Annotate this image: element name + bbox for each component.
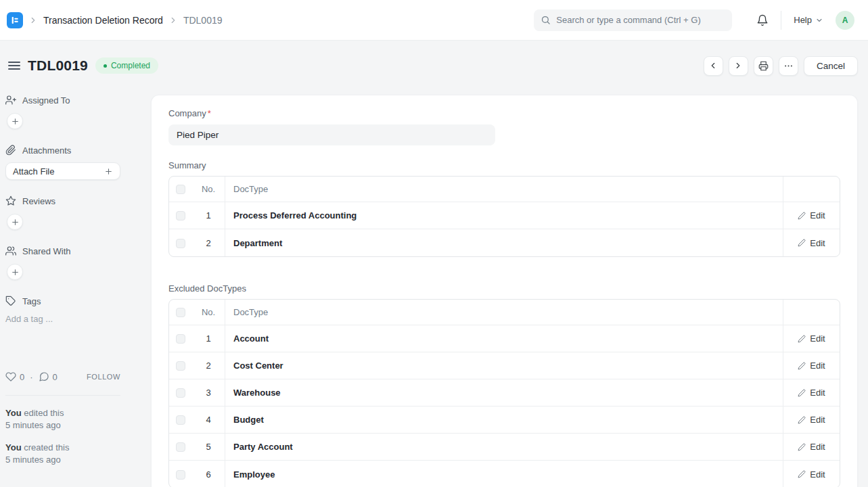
navbar-divider	[781, 11, 781, 30]
table-row[interactable]: 2 Department Edit	[169, 229, 840, 256]
attach-file-button[interactable]: Attach File	[5, 162, 120, 180]
activity-actor: You	[5, 408, 22, 418]
app-logo[interactable]	[7, 12, 23, 28]
edit-row-button[interactable]: Edit	[794, 358, 829, 373]
search-input[interactable]	[556, 15, 725, 25]
pencil-icon	[798, 416, 806, 424]
page-actions: Cancel	[704, 56, 858, 76]
users-icon	[5, 246, 16, 256]
edit-row-button[interactable]: Edit	[794, 412, 829, 427]
table-row[interactable]: 2 Cost Center Edit	[169, 352, 840, 379]
notifications-button[interactable]	[756, 14, 769, 26]
add-tag-input[interactable]: Add a tag ...	[5, 314, 122, 324]
hamburger-icon	[8, 61, 20, 70]
no-column-header: No.	[192, 300, 225, 325]
summary-table: No. DocType 1 Process Deferred Accountin…	[168, 176, 840, 257]
global-search[interactable]	[534, 9, 732, 31]
edit-label: Edit	[810, 361, 825, 371]
menu-button[interactable]	[779, 56, 798, 76]
status-dot-icon	[104, 64, 107, 68]
row-checkbox[interactable]	[176, 470, 185, 480]
chevron-right-icon	[168, 16, 178, 25]
activity-entry: You created this 5 minutes ago	[5, 442, 122, 466]
doctype-cell[interactable]: Budget	[225, 407, 783, 434]
pencil-icon	[798, 389, 806, 397]
row-checkbox[interactable]	[176, 334, 185, 344]
row-index: 3	[192, 379, 225, 407]
doctype-cell[interactable]: Process Deferred Accounting	[225, 202, 783, 229]
row-checkbox[interactable]	[176, 361, 185, 371]
row-checkbox[interactable]	[176, 415, 185, 425]
edit-label: Edit	[810, 210, 825, 221]
select-all-checkbox[interactable]	[176, 185, 185, 194]
add-assignment-button[interactable]	[7, 113, 23, 129]
tag-icon	[5, 296, 16, 306]
company-field[interactable]: Pied Piper	[168, 124, 495, 145]
next-document-button[interactable]	[729, 56, 748, 76]
help-menu[interactable]: Help	[794, 15, 823, 25]
row-index: 1	[192, 202, 225, 229]
comments-count[interactable]: 0	[53, 372, 58, 382]
assigned-to-section: Assigned To	[5, 95, 122, 106]
form-body: Company* Pied Piper Summary No. DocType …	[151, 95, 858, 487]
edit-label: Edit	[810, 238, 825, 248]
sidebar-toggle-button[interactable]	[7, 58, 22, 73]
table-row[interactable]: 3 Warehouse Edit	[169, 379, 840, 407]
heart-icon[interactable]	[5, 371, 16, 382]
breadcrumb-docname[interactable]: TDL0019	[183, 15, 223, 26]
table-row[interactable]: 1 Process Deferred Accounting Edit	[169, 202, 840, 229]
edit-row-button[interactable]: Edit	[794, 439, 829, 455]
doctype-cell[interactable]: Department	[225, 229, 783, 256]
table-row[interactable]: 1 Account Edit	[169, 325, 840, 352]
attachments-label: Attachments	[22, 145, 71, 156]
navbar-right: Help A	[756, 11, 854, 30]
doctype-cell[interactable]: Employee	[225, 461, 783, 487]
doctype-cell[interactable]: Account	[225, 325, 783, 352]
row-checkbox[interactable]	[176, 388, 185, 398]
attach-file-label: Attach File	[13, 166, 54, 177]
excluded-doctypes-table: No. DocType 1 Account Edit 2 Cost Center…	[168, 299, 840, 487]
assigned-to-label: Assigned To	[22, 95, 70, 106]
follow-button[interactable]: FOLLOW	[87, 373, 120, 381]
previous-document-button[interactable]	[704, 56, 723, 76]
share-button[interactable]	[7, 264, 23, 280]
row-index: 1	[192, 325, 225, 352]
row-index: 2	[192, 229, 225, 256]
edit-row-button[interactable]: Edit	[794, 331, 829, 346]
row-checkbox[interactable]	[176, 442, 185, 452]
edit-row-button[interactable]: Edit	[794, 235, 829, 251]
likes-count[interactable]: 0	[20, 372, 24, 382]
summary-section-label: Summary	[168, 160, 840, 170]
row-checkbox[interactable]	[176, 239, 185, 248]
chevron-down-icon	[815, 16, 823, 24]
shared-with-section: Shared With	[5, 246, 122, 256]
table-row[interactable]: 6 Employee Edit	[169, 461, 840, 487]
edit-row-button[interactable]: Edit	[794, 467, 829, 482]
edit-label: Edit	[810, 333, 825, 344]
user-avatar[interactable]: A	[836, 11, 854, 30]
table-row[interactable]: 4 Budget Edit	[169, 407, 840, 434]
doctype-cell[interactable]: Party Account	[225, 434, 783, 461]
page-header: TDL0019 Completed Cancel	[0, 41, 868, 91]
plus-icon	[11, 218, 20, 227]
ellipsis-icon	[783, 61, 794, 71]
pencil-icon	[798, 470, 806, 478]
reviews-label: Reviews	[22, 196, 55, 206]
comment-icon[interactable]	[39, 371, 49, 382]
search-icon	[541, 15, 551, 25]
doctype-cell[interactable]: Cost Center	[225, 352, 783, 379]
print-button[interactable]	[754, 56, 773, 76]
row-checkbox[interactable]	[176, 211, 185, 221]
excluded-section-label: Excluded DocTypes	[168, 283, 840, 294]
doctype-cell[interactable]: Warehouse	[225, 379, 783, 407]
select-all-checkbox[interactable]	[176, 308, 185, 317]
company-field-label: Company*	[168, 108, 840, 119]
edit-row-button[interactable]: Edit	[794, 385, 829, 400]
edit-row-button[interactable]: Edit	[794, 208, 829, 223]
add-review-button[interactable]	[7, 214, 23, 230]
form-sidebar: Assigned To Attachments Attach File Revi…	[5, 95, 122, 466]
cancel-button[interactable]: Cancel	[804, 56, 858, 76]
table-row[interactable]: 5 Party Account Edit	[169, 434, 840, 461]
activity-action: edited this	[24, 408, 64, 418]
breadcrumb-doctype[interactable]: Transaction Deletion Record	[43, 15, 163, 26]
